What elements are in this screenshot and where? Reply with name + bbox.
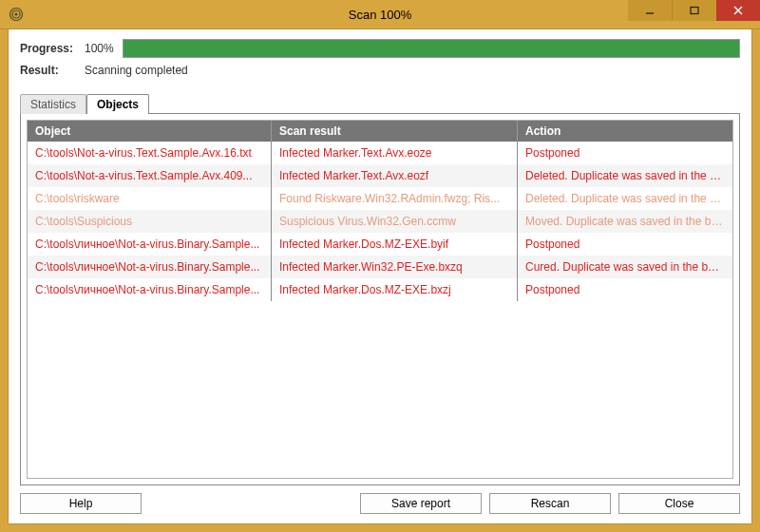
cell-object: C:\tools\Not-a-virus.Text.Sample.Avx.409… (28, 164, 272, 187)
table-header: Object Scan result Action (28, 121, 732, 142)
button-bar: Help Save report Rescan Close (9, 485, 751, 523)
table-row[interactable]: C:\tools\личное\Not-a-virus.Binary.Sampl… (28, 278, 732, 301)
maximize-button[interactable] (673, 0, 716, 21)
app-icon (8, 6, 25, 23)
help-button[interactable]: Help (20, 493, 142, 514)
column-header-object[interactable]: Object (28, 121, 272, 142)
cell-scan-result: Infected Marker.Win32.PE-Exe.bxzq (272, 256, 518, 278)
table-row[interactable]: C:\tools\Not-a-virus.Text.Sample.Avx.409… (28, 164, 732, 187)
table-row[interactable]: C:\tools\SuspiciousSuspicious Virus.Win3… (28, 210, 732, 233)
cell-action: Deleted. Duplicate was saved in the back… (518, 164, 732, 187)
results-table: Object Scan result Action C:\tools\Not-a… (27, 120, 733, 479)
column-header-action[interactable]: Action (518, 121, 732, 142)
svg-rect-4 (691, 8, 698, 14)
cell-object: C:\tools\личное\Not-a-virus.Binary.Sampl… (28, 278, 272, 301)
cell-action: Postponed (518, 233, 732, 256)
progress-fill (124, 40, 739, 57)
cell-action: Postponed (518, 142, 732, 164)
tab-statistics[interactable]: Statistics (20, 94, 86, 114)
window-title: Scan 100% (349, 8, 412, 22)
save-report-button[interactable]: Save report (360, 493, 482, 514)
main-frame: Progress: 100% Result: Scanning complete… (8, 28, 752, 524)
close-dialog-button[interactable]: Close (618, 493, 740, 514)
cell-object: C:\tools\Not-a-virus.Text.Sample.Avx.16.… (28, 142, 272, 164)
cell-action: Deleted. Duplicate was saved in the back… (518, 187, 732, 210)
tab-objects[interactable]: Objects (86, 94, 149, 114)
minimize-button[interactable] (628, 0, 673, 21)
cell-action: Cured. Duplicate was saved in the backup… (518, 256, 732, 278)
cell-scan-result: Infected Marker.Text.Avx.eoze (272, 142, 518, 164)
window-controls (628, 0, 760, 21)
progress-bar (123, 39, 740, 58)
cell-action: Postponed (518, 278, 732, 301)
tab-panel-objects: Object Scan result Action C:\tools\Not-a… (20, 113, 740, 485)
cell-scan-result: Infected Marker.Text.Avx.eozf (272, 164, 518, 187)
tabs-container: Statistics Objects Object Scan result Ac… (20, 92, 740, 485)
cell-scan-result: Infected Marker.Dos.MZ-EXE.bxzj (272, 278, 518, 301)
table-body[interactable]: C:\tools\Not-a-virus.Text.Sample.Avx.16.… (28, 142, 732, 478)
result-text: Scanning completed (85, 64, 188, 77)
cell-scan-result: Found Riskware.Win32.RAdmin.fwzg; Ris... (272, 187, 518, 210)
titlebar: Scan 100% (0, 0, 760, 29)
cell-action: Moved. Duplicate was saved in the backup… (518, 210, 732, 233)
progress-row: Progress: 100% (20, 39, 740, 58)
close-button[interactable] (716, 0, 760, 21)
progress-label: Progress: (20, 42, 85, 55)
column-header-scan-result[interactable]: Scan result (272, 121, 518, 142)
svg-point-2 (14, 12, 17, 15)
progress-percent-text: 100% (85, 42, 123, 55)
rescan-button[interactable]: Rescan (489, 493, 611, 514)
info-area: Progress: 100% Result: Scanning complete… (9, 29, 751, 88)
result-label: Result: (20, 64, 85, 77)
cell-scan-result: Suspicious Virus.Win32.Gen.ccmw (272, 210, 518, 233)
table-row[interactable]: C:\tools\Not-a-virus.Text.Sample.Avx.16.… (28, 142, 732, 164)
cell-scan-result: Infected Marker.Dos.MZ-EXE.byif (272, 233, 518, 256)
result-row: Result: Scanning completed (20, 64, 740, 77)
cell-object: C:\tools\личное\Not-a-virus.Binary.Sampl… (28, 233, 272, 256)
table-row[interactable]: C:\tools\riskwareFound Riskware.Win32.RA… (28, 187, 732, 210)
cell-object: C:\tools\riskware (28, 187, 272, 210)
cell-object: C:\tools\личное\Not-a-virus.Binary.Sampl… (28, 256, 272, 278)
cell-object: C:\tools\Suspicious (28, 210, 272, 233)
tab-strip: Statistics Objects (20, 92, 740, 113)
table-row[interactable]: C:\tools\личное\Not-a-virus.Binary.Sampl… (28, 256, 732, 278)
table-row[interactable]: C:\tools\личное\Not-a-virus.Binary.Sampl… (28, 233, 732, 256)
